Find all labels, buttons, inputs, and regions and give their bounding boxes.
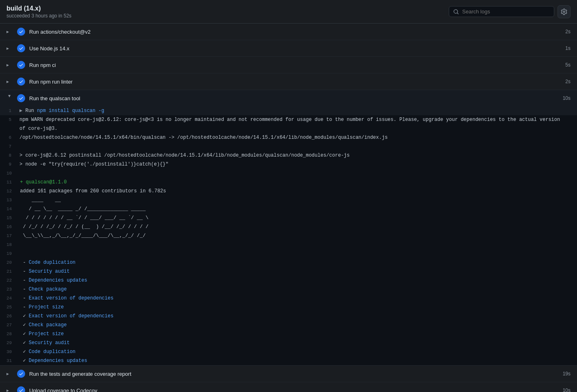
log-line: 16 / /_/ / /_/ / /_/ / (__ ) /__/ /_/ / … (0, 222, 577, 231)
step-row[interactable]: ▸ Run npm run linter 2s (0, 73, 577, 90)
header-right (449, 5, 571, 18)
line-number: 19 (0, 250, 17, 258)
search-icon (453, 9, 459, 15)
line-number: 10 (0, 169, 17, 177)
step-success-icon (17, 78, 25, 86)
step-row[interactable]: ▸ Run actions/checkout@v2 2s (0, 24, 577, 40)
line-content: - Exact version of dependencies (17, 294, 577, 302)
line-number: 26 (0, 312, 17, 320)
line-number: 28 (0, 330, 17, 338)
line-number: 15 (0, 214, 17, 222)
line-content: ✓ Exact version of dependencies (17, 312, 577, 320)
line-number: 13 (0, 196, 17, 204)
line-number: 11 (0, 178, 17, 186)
line-number: 9 (0, 160, 16, 168)
log-line: 9 > node -e "try{require('./postinstall'… (0, 160, 577, 169)
line-content: + qualscan@1.1.0 (17, 178, 577, 186)
step-row-expanded[interactable]: ▸ Run the qualscan tool 10s (0, 90, 577, 106)
log-line: 15 / / / / / / / __ `/ / ___/ ___/ __ `/… (0, 213, 577, 222)
log-line: 18 (0, 240, 577, 249)
step-left: ▸ Run npm ci (6, 61, 56, 69)
log-line: 8 > core-js@2.6.12 postinstall /opt/host… (0, 151, 577, 160)
line-number: 29 (0, 339, 17, 347)
step-left: ▸ Run the tests and generate coverage re… (6, 370, 131, 378)
line-number: 21 (0, 267, 17, 276)
log-line: 23 - Check package (0, 285, 577, 294)
chevron-right-icon: ▸ (6, 62, 13, 68)
chevron-right-icon: ▸ (6, 371, 13, 377)
search-box[interactable] (449, 6, 554, 17)
line-content: / / / / / / / __ `/ / ___/ ___/ __ `/ __… (17, 214, 577, 222)
line-number: 30 (0, 348, 17, 356)
line-number: 8 (0, 151, 16, 159)
step-time: 19s (563, 371, 571, 377)
search-input[interactable] (462, 9, 550, 15)
line-number: 31 (0, 357, 17, 365)
line-content: ✓ Security audit (17, 339, 577, 347)
log-line: 13 ____ __ (0, 196, 577, 205)
log-line: 1 ▶ Run npm install qualscan -g (0, 106, 577, 115)
line-number: 27 (0, 321, 17, 329)
step-time: 2s (565, 29, 571, 34)
step-time: 2s (565, 79, 571, 84)
log-line: 14 / __ \__ _____ _/ /______________ ___… (0, 205, 577, 213)
log-line: 7 (0, 142, 577, 151)
line-content: \__\_\\__,_/\__,_/_/____/\___/\__,_/_/ /… (17, 232, 577, 240)
line-number: 24 (0, 294, 17, 302)
line-content: ▶ Run npm install qualscan -g (16, 107, 577, 115)
step-row[interactable]: ▸ Run the tests and generate coverage re… (0, 366, 577, 382)
line-number: 25 (0, 303, 17, 311)
step-success-icon (17, 370, 25, 378)
step-time: 10s (563, 95, 571, 101)
build-title: build (14.x) (6, 5, 71, 12)
line-content: > node -e "try{require('./postinstall')}… (16, 160, 577, 168)
line-content: - Project size (17, 303, 577, 311)
step-time: 5s (565, 62, 571, 68)
line-content: npm WARN deprecated core-js@2.6.12: core… (16, 116, 577, 124)
step-row[interactable]: ▸ Run npm ci 5s (0, 57, 577, 73)
line-number: 16 (0, 223, 17, 231)
step-success-icon (17, 61, 25, 69)
line-content: ____ __ (17, 196, 577, 204)
chevron-down-icon: ▸ (7, 95, 13, 101)
page-header: build (14.x) succeeded 3 hours ago in 52… (0, 0, 577, 24)
log-line: 10 (0, 169, 577, 178)
step-label: Run the qualscan tool (29, 95, 80, 101)
log-line: 17 \__\_\\__,_/\__,_/_/____/\___/\__,_/_… (0, 231, 577, 240)
step-label: Run npm run linter (29, 79, 73, 85)
line-content: ✓ Dependencies updates (17, 357, 577, 365)
log-line: 31 ✓ Dependencies updates (0, 356, 577, 365)
log-line: 20 - Code duplication (0, 258, 577, 267)
line-number: 20 (0, 258, 17, 267)
step-time: 1s (565, 45, 571, 51)
line-number: 22 (0, 276, 17, 284)
log-line: 26 ✓ Exact version of dependencies (0, 312, 577, 321)
line-number: 5 (0, 116, 16, 124)
line-number: 12 (0, 187, 17, 195)
line-content: > core-js@2.6.12 postinstall /opt/hosted… (16, 151, 577, 159)
log-line: 5 npm WARN deprecated core-js@2.6.12: co… (0, 115, 577, 124)
line-content: / /_/ / /_/ / /_/ / (__ ) /__/ /_/ / / /… (17, 223, 577, 231)
step-success-icon (17, 28, 25, 36)
line-number: 1 (0, 107, 16, 115)
log-line: 24 - Exact version of dependencies (0, 294, 577, 303)
log-line: 12 added 161 packages from 260 contribut… (0, 187, 577, 196)
settings-button[interactable] (558, 5, 571, 18)
gear-icon (561, 9, 567, 15)
step-success-icon (17, 44, 25, 52)
line-content: /opt/hostedtoolcache/node/14.15.1/x64/bi… (16, 134, 577, 142)
line-content: ✓ Check package (17, 321, 577, 329)
line-content: ✓ Code duplication (17, 348, 577, 356)
chevron-right-icon: ▸ (6, 45, 13, 51)
log-line: 22 - Dependencies updates (0, 276, 577, 285)
log-line: 25 - Project size (0, 303, 577, 312)
log-line: 21 - Security audit (0, 267, 577, 276)
step-row[interactable]: ▸ Use Node.js 14.x 1s (0, 40, 577, 57)
line-content: of core-js@3. (16, 125, 577, 133)
step-label: Run actions/checkout@v2 (29, 29, 90, 35)
line-number: 23 (0, 285, 17, 293)
step-label: Run npm ci (29, 62, 56, 68)
step-left: ▸ Upload coverage to Codecov (6, 386, 97, 392)
line-number: 7 (0, 142, 16, 151)
step-row[interactable]: ▸ Upload coverage to Codecov 10s (0, 382, 577, 392)
